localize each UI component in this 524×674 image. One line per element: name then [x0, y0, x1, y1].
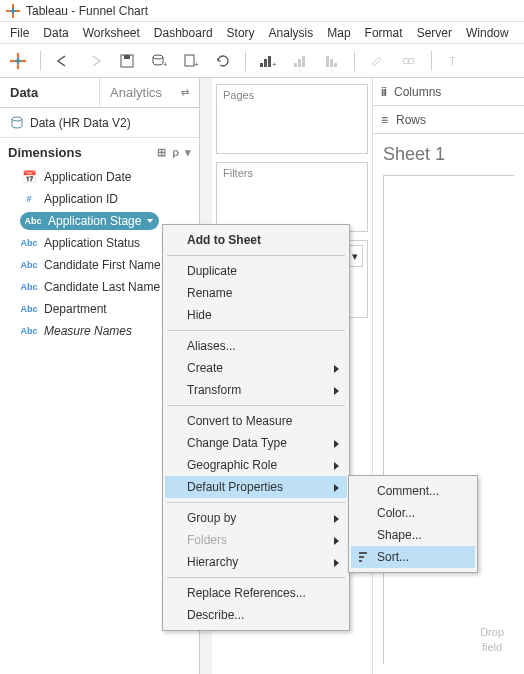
sub-sort[interactable]: Sort...: [351, 546, 475, 568]
svg-rect-0: [12, 4, 14, 8]
ctx-aliases[interactable]: Aliases...: [165, 335, 347, 357]
svg-rect-11: [15, 59, 22, 61]
ctx-transform[interactable]: Transform: [165, 379, 347, 401]
highlight-icon[interactable]: [367, 51, 387, 71]
ctx-geographic-role[interactable]: Geographic Role: [165, 454, 347, 476]
sub-shape[interactable]: Shape...: [351, 524, 475, 546]
ctx-divider: [167, 502, 345, 503]
svg-text:T: T: [449, 55, 456, 67]
ctx-duplicate[interactable]: Duplicate: [165, 260, 347, 282]
svg-rect-8: [10, 59, 15, 61]
sheet-canvas[interactable]: Dropfield: [383, 175, 514, 664]
swap-icon: ⇄: [181, 87, 189, 98]
sheet-area: Sheet 1 Dropfield: [373, 134, 524, 674]
ctx-describe[interactable]: Describe...: [165, 604, 347, 626]
svg-rect-24: [302, 56, 305, 67]
sub-color[interactable]: Color...: [351, 502, 475, 524]
tab-analytics[interactable]: Analytics⇄: [99, 78, 199, 107]
ctx-folders: Folders: [165, 529, 347, 551]
menu-bar: File Data Worksheet Dashboard Story Anal…: [0, 22, 524, 44]
ctx-replace-references[interactable]: Replace References...: [165, 582, 347, 604]
pages-shelf[interactable]: Pages: [216, 84, 368, 154]
tableau-start-icon[interactable]: [8, 51, 28, 71]
sort-asc-icon[interactable]: [290, 51, 310, 71]
sub-comment[interactable]: Comment...: [351, 480, 475, 502]
refresh-icon[interactable]: [213, 51, 233, 71]
menu-analysis[interactable]: Analysis: [263, 24, 320, 42]
menu-worksheet[interactable]: Worksheet: [77, 24, 146, 42]
abc-icon: Abc: [20, 238, 38, 248]
menu-dropdown-icon[interactable]: ▾: [185, 146, 191, 159]
filters-shelf[interactable]: Filters: [216, 162, 368, 232]
svg-rect-13: [124, 55, 130, 59]
columns-shelf[interactable]: iii Columns: [373, 78, 524, 106]
ctx-convert-to-measure[interactable]: Convert to Measure: [165, 410, 347, 432]
svg-point-31: [12, 117, 22, 121]
svg-rect-22: [294, 63, 297, 67]
svg-rect-1: [12, 14, 14, 18]
ctx-change-data-type[interactable]: Change Data Type: [165, 432, 347, 454]
label-icon[interactable]: T: [444, 51, 464, 71]
swap-icon[interactable]: +: [258, 51, 278, 71]
menu-map[interactable]: Map: [321, 24, 356, 42]
undo-icon[interactable]: [53, 51, 73, 71]
abc-icon: Abc: [20, 260, 38, 270]
ctx-hide[interactable]: Hide: [165, 304, 347, 326]
menu-window[interactable]: Window: [460, 24, 515, 42]
default-properties-submenu: Comment... Color... Shape... Sort...: [348, 475, 478, 573]
toolbar-separator: [245, 51, 246, 71]
menu-story[interactable]: Story: [221, 24, 261, 42]
field-context-menu: Add to Sheet Duplicate Rename Hide Alias…: [162, 224, 350, 631]
ctx-rename[interactable]: Rename: [165, 282, 347, 304]
toolbar-separator: [431, 51, 432, 71]
menu-data[interactable]: Data: [37, 24, 74, 42]
columns-icon: iii: [381, 85, 386, 99]
abc-icon: Abc: [24, 216, 42, 226]
tab-data[interactable]: Data: [0, 78, 99, 107]
svg-rect-34: [359, 560, 362, 562]
svg-rect-23: [298, 59, 301, 67]
title-bar: Tableau - Funnel Chart: [0, 0, 524, 22]
ctx-add-to-sheet[interactable]: Add to Sheet: [165, 229, 347, 251]
abc-icon: Abc: [20, 326, 38, 336]
menu-server[interactable]: Server: [411, 24, 458, 42]
field-application-date[interactable]: 📅Application Date: [0, 166, 199, 188]
field-application-id[interactable]: #Application ID: [0, 188, 199, 210]
search-icon[interactable]: ρ: [172, 146, 179, 159]
svg-rect-18: [260, 63, 263, 67]
svg-rect-25: [326, 56, 329, 67]
data-source-label: Data (HR Data V2): [30, 116, 131, 130]
datasource-icon: [10, 116, 24, 130]
new-datasource-icon[interactable]: +: [149, 51, 169, 71]
svg-point-14: [153, 55, 163, 59]
ctx-create[interactable]: Create: [165, 357, 347, 379]
svg-rect-32: [359, 552, 367, 554]
ctx-divider: [167, 330, 345, 331]
dimensions-header: Dimensions ⊞ ρ ▾: [0, 138, 199, 166]
menu-format[interactable]: Format: [359, 24, 409, 42]
ctx-divider: [167, 255, 345, 256]
toolbar-separator: [354, 51, 355, 71]
new-worksheet-icon[interactable]: +: [181, 51, 201, 71]
ctx-hierarchy[interactable]: Hierarchy: [165, 551, 347, 573]
menu-dashboard[interactable]: Dashboard: [148, 24, 219, 42]
svg-rect-16: [185, 55, 194, 66]
svg-rect-20: [268, 56, 271, 67]
calendar-icon: 📅: [20, 170, 38, 184]
sort-desc-icon[interactable]: [322, 51, 342, 71]
menu-file[interactable]: File: [4, 24, 35, 42]
ctx-default-properties[interactable]: Default Properties: [165, 476, 347, 498]
data-source-row[interactable]: Data (HR Data V2): [0, 108, 199, 138]
redo-icon[interactable]: [85, 51, 105, 71]
sheet-title[interactable]: Sheet 1: [383, 144, 514, 165]
svg-rect-7: [17, 64, 19, 69]
svg-rect-9: [21, 59, 26, 61]
svg-rect-19: [264, 59, 267, 67]
ctx-group-by[interactable]: Group by: [165, 507, 347, 529]
rows-shelf[interactable]: ≡ Rows: [373, 106, 524, 134]
svg-rect-27: [334, 63, 337, 67]
group-icon[interactable]: [399, 51, 419, 71]
view-grid-icon[interactable]: ⊞: [157, 146, 166, 159]
save-icon[interactable]: [117, 51, 137, 71]
tableau-logo-icon: [6, 4, 20, 18]
